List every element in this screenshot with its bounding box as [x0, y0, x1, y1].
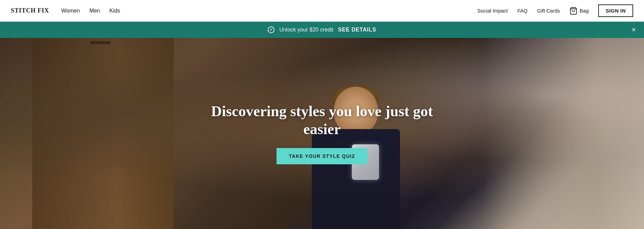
cta-quiz-button[interactable]: TAKE YOUR STYLE QUIZ — [277, 148, 367, 164]
nav-link-men[interactable]: Men — [89, 8, 100, 14]
nav-link-women[interactable]: Women — [61, 8, 80, 14]
promo-close-button[interactable]: × — [631, 26, 636, 34]
navbar-right: Social Impact FAQ Gift Cards Bag SIGN IN — [477, 4, 633, 17]
nav-link-kids[interactable]: Kids — [110, 8, 120, 14]
sign-in-button[interactable]: SIGN IN — [598, 4, 633, 17]
nav-link-social-impact[interactable]: Social Impact — [477, 8, 508, 14]
bag-icon — [569, 7, 577, 15]
promo-text: Unlock your $20 credit — [279, 27, 333, 33]
bag-label: Bag — [580, 8, 589, 14]
hero-section: Discovering styles you love just got eas… — [0, 38, 644, 229]
navbar: STITCH FIX Women Men Kids Social Impact … — [0, 0, 644, 22]
logo[interactable]: STITCH FIX — [11, 7, 49, 14]
nav-links: Women Men Kids — [61, 8, 120, 14]
promo-check-icon: ✓ — [268, 26, 274, 33]
hero-headline: Discovering styles you love just got eas… — [193, 103, 451, 139]
nav-link-gift-cards[interactable]: Gift Cards — [537, 8, 560, 14]
bag-button[interactable]: Bag — [569, 7, 589, 15]
promo-banner: ✓ Unlock your $20 credit SEE DETAILS × — [0, 22, 644, 38]
hero-text-container: Discovering styles you love just got eas… — [193, 103, 451, 164]
navbar-left: STITCH FIX Women Men Kids — [11, 7, 120, 14]
promo-cta-link[interactable]: SEE DETAILS — [338, 27, 376, 33]
nav-link-faq[interactable]: FAQ — [517, 8, 528, 14]
promo-content: ✓ Unlock your $20 credit SEE DETAILS — [268, 26, 376, 33]
